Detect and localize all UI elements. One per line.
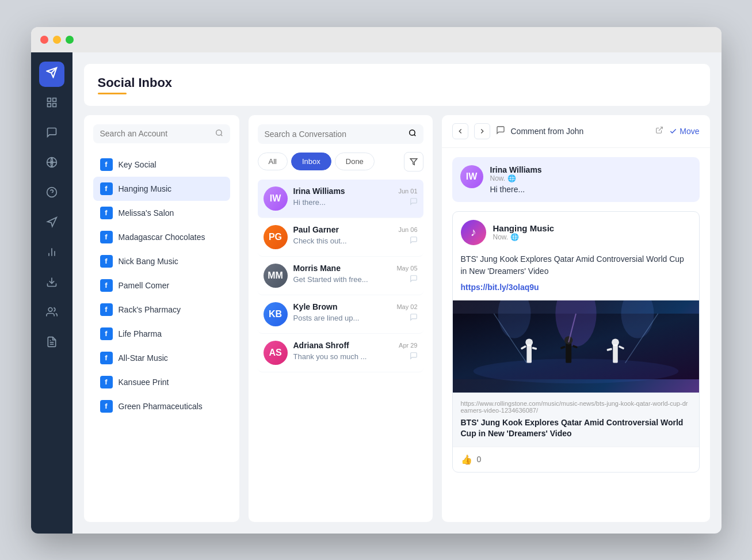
account-item[interactable]: f All-Star Music bbox=[93, 346, 230, 370]
sidebar-icon-grid[interactable] bbox=[39, 92, 64, 117]
conversation-info: Irina Williams Jun 01 Hi there... bbox=[293, 186, 418, 207]
move-button[interactable]: Move bbox=[669, 127, 699, 136]
conversation-list: IW Irina Williams Jun 01 Hi there... PG bbox=[258, 180, 423, 513]
filter-button[interactable] bbox=[404, 152, 423, 172]
facebook-icon: f bbox=[100, 303, 113, 316]
external-link-icon[interactable] bbox=[655, 126, 663, 136]
minimize-button[interactable] bbox=[53, 36, 61, 44]
conversation-header: Morris Mane May 05 bbox=[293, 264, 418, 273]
conversation-tab-bar: AllInboxDone bbox=[258, 152, 423, 172]
maximize-button[interactable] bbox=[66, 36, 74, 44]
svg-rect-38 bbox=[613, 344, 618, 363]
conversation-header: Irina Williams Jun 01 bbox=[293, 186, 418, 196]
sidebar-icon-chat[interactable] bbox=[39, 121, 64, 147]
account-item-name: Nick Bang Music bbox=[119, 257, 178, 266]
svg-rect-5 bbox=[52, 104, 56, 107]
app-window: Social Inbox bbox=[31, 27, 722, 534]
close-button[interactable] bbox=[40, 36, 48, 44]
message-icon bbox=[410, 236, 418, 246]
like-icon[interactable]: 👍 bbox=[461, 454, 472, 465]
post-card: ♪ Hanging Music Now. 🌐 bbox=[452, 211, 700, 473]
page-title: Social Inbox bbox=[98, 75, 696, 90]
svg-line-22 bbox=[414, 134, 415, 136]
conversation-info: Kyle Brown May 02 Posts are lined up... bbox=[293, 302, 418, 323]
account-item[interactable]: f Pamell Comer bbox=[93, 273, 230, 298]
sidebar-icon-megaphone[interactable] bbox=[39, 211, 64, 237]
conversation-search-box[interactable] bbox=[258, 124, 423, 144]
commenter-name: Irina Williams bbox=[490, 165, 542, 174]
account-item[interactable]: f Hanging Music bbox=[93, 177, 230, 201]
account-item[interactable]: f Key Social bbox=[93, 153, 230, 177]
conversation-header: Adriana Shroff Apr 29 bbox=[293, 341, 418, 350]
conversation-info: Adriana Shroff Apr 29 Thank you so much … bbox=[293, 341, 418, 361]
commenter-info: Irina Williams Now. 🌐 Hi there... bbox=[490, 165, 542, 194]
tab-done[interactable]: Done bbox=[335, 153, 375, 170]
commenter-card: IW Irina Williams Now. 🌐 Hi there... bbox=[452, 157, 700, 202]
account-search-input[interactable] bbox=[100, 129, 211, 138]
sidebar-icon-network[interactable] bbox=[39, 151, 64, 177]
chat-icon bbox=[46, 127, 58, 141]
comment-icon bbox=[496, 125, 505, 137]
conversation-item[interactable]: AS Adriana Shroff Apr 29 Thank you so mu… bbox=[258, 334, 423, 372]
account-item-name: Hanging Music bbox=[119, 184, 172, 193]
conversation-item[interactable]: MM Morris Mane May 05 Get Started with f… bbox=[258, 257, 423, 295]
facebook-icon: f bbox=[100, 279, 113, 292]
post-footer: 👍 0 bbox=[453, 447, 699, 472]
message-icon bbox=[410, 313, 418, 323]
account-item[interactable]: f Madagascar Chocolates bbox=[93, 225, 230, 249]
sidebar-icon-chart[interactable] bbox=[39, 241, 64, 266]
sidebar-icon-report[interactable] bbox=[39, 331, 64, 356]
conversation-item[interactable]: KB Kyle Brown May 02 Posts are lined up.… bbox=[258, 295, 423, 334]
conversation-header: Kyle Brown May 02 bbox=[293, 302, 418, 311]
tab-all[interactable]: All bbox=[258, 153, 288, 170]
conversation-search-input[interactable] bbox=[265, 129, 404, 139]
conversation-info: Paul Garner Jun 06 Check this out... bbox=[293, 225, 418, 246]
account-item[interactable]: f Melissa's Salon bbox=[93, 201, 230, 225]
svg-rect-4 bbox=[47, 104, 51, 107]
nav-forward-button[interactable] bbox=[474, 123, 490, 139]
post-link[interactable]: https://bit.ly/3olaq9u bbox=[461, 283, 539, 292]
commenter-text: Hi there... bbox=[490, 185, 542, 194]
account-item[interactable]: f Kansuee Print bbox=[93, 370, 230, 394]
account-item[interactable]: f Nick Bang Music bbox=[93, 249, 230, 273]
panels-container: f Key Social f Hanging Music f Melissa's… bbox=[84, 115, 710, 522]
facebook-icon: f bbox=[100, 158, 113, 171]
account-item-name: Key Social bbox=[119, 160, 156, 169]
grid-icon bbox=[46, 97, 58, 111]
account-item-name: Rack's Pharmacy bbox=[119, 305, 181, 314]
tab-inbox[interactable]: Inbox bbox=[291, 153, 331, 170]
conversation-info: Morris Mane May 05 Get Started with free… bbox=[293, 264, 418, 284]
facebook-icon: f bbox=[100, 400, 113, 413]
conversation-date: May 02 bbox=[396, 303, 417, 310]
sidebar-icon-users[interactable] bbox=[39, 301, 64, 326]
svg-rect-3 bbox=[52, 98, 56, 102]
post-time: Now. 🌐 bbox=[493, 233, 555, 241]
svg-rect-30 bbox=[566, 342, 571, 363]
post-url-link: https://www.rollingstone.com/music/music… bbox=[461, 400, 691, 414]
conversation-preview: Get Started with free... bbox=[293, 275, 368, 284]
svg-rect-2 bbox=[47, 98, 51, 102]
account-item[interactable]: f Rack's Pharmacy bbox=[93, 298, 230, 322]
sidebar-icon-send[interactable] bbox=[39, 62, 64, 87]
account-item[interactable]: f Green Pharmaceuticals bbox=[93, 394, 230, 418]
sidebar-icon-download[interactable] bbox=[39, 271, 64, 296]
conversation-item[interactable]: PG Paul Garner Jun 06 Check this out... bbox=[258, 218, 423, 257]
sidebar-icon-help[interactable] bbox=[39, 181, 64, 207]
network-icon bbox=[46, 157, 58, 171]
conversation-preview: Thank you so much ... bbox=[293, 352, 367, 361]
megaphone-icon bbox=[46, 216, 58, 231]
conversation-date: Jun 06 bbox=[398, 226, 417, 233]
facebook-icon: f bbox=[100, 376, 113, 388]
account-search-box[interactable] bbox=[93, 124, 230, 143]
account-item-name: All-Star Music bbox=[119, 353, 168, 363]
detail-header: Comment from John M bbox=[442, 115, 710, 148]
post-account-name: Hanging Music bbox=[493, 223, 555, 233]
conversation-preview: Hi there... bbox=[293, 198, 326, 207]
conversation-name: Paul Garner bbox=[293, 225, 339, 234]
nav-back-button[interactable] bbox=[452, 123, 468, 139]
facebook-icon: f bbox=[100, 182, 113, 195]
conversation-item[interactable]: IW Irina Williams Jun 01 Hi there... bbox=[258, 180, 423, 218]
svg-point-21 bbox=[409, 129, 414, 135]
account-item[interactable]: f Life Pharma bbox=[93, 322, 230, 346]
conversation-name: Kyle Brown bbox=[293, 302, 338, 311]
